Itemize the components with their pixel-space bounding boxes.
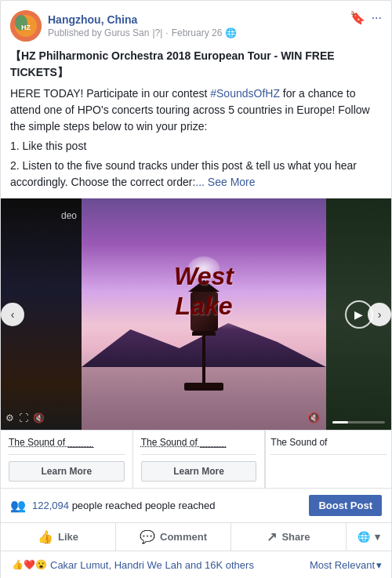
step-1: 1. Like this post <box>10 138 382 154</box>
world-reaction-button[interactable]: 🌐 ▾ <box>347 523 391 551</box>
lantern-base <box>184 383 223 391</box>
page-name[interactable]: Hangzhou, China <box>48 13 237 26</box>
see-more-link[interactable]: ... See More <box>195 176 255 188</box>
share-icon: ↗ <box>267 529 277 544</box>
lantern-pole <box>202 336 205 383</box>
publisher-label: Published by Gurus San <box>48 27 149 38</box>
bookmark-icon[interactable]: 🔖 <box>350 10 365 25</box>
body-text-1: HERE TODAY! Participate in our contest <box>10 87 210 100</box>
center-media-title: West Lake <box>174 261 234 322</box>
globe-icon: 🌐 <box>225 27 237 38</box>
share-button[interactable]: ↗ Share <box>231 523 347 551</box>
page-identity: HZ Hangzhou, China Published by Gurus Sa… <box>10 10 237 42</box>
volume-icon-center[interactable]: 🔇 <box>307 412 320 424</box>
cards-row: The Sound of _____ Learn More The Sound … <box>1 430 391 488</box>
reach-count[interactable]: 122,094 <box>32 500 69 511</box>
card-left-subtitle: The Sound of _____ <box>9 437 125 455</box>
card-center: The Sound of _____ Learn More <box>133 431 266 488</box>
nav-right-button[interactable]: › <box>368 303 391 326</box>
reach-label: people reached <box>72 500 143 511</box>
like-icon: 👍 <box>38 529 53 544</box>
comment-button[interactable]: 💬 Comment <box>116 523 231 551</box>
share-label: Share <box>281 531 310 543</box>
svg-text:HZ: HZ <box>21 24 31 31</box>
settings-icon[interactable]: ⚙ <box>5 413 14 424</box>
page-meta: Published by Gurus San |?|· February 26 … <box>48 27 237 38</box>
dropdown-chevron: ▾ <box>376 559 382 571</box>
video-label-left: deo <box>61 210 77 221</box>
boost-post-button[interactable]: Boost Post <box>309 495 382 516</box>
actions-row: 👍 Like 💬 Comment ↗ Share 🌐 ▾ <box>1 523 391 551</box>
reaction-emojis: 👍 ❤️ 😮 <box>10 558 45 572</box>
card-center-subtitle: The Sound of _____ <box>141 437 257 455</box>
people-reach-icon: 👥 <box>10 498 26 513</box>
fullscreen-icon[interactable]: ⛶ <box>19 413 28 424</box>
avatar[interactable]: HZ <box>10 10 42 42</box>
reactions-row: 👍 ❤️ 😮 Cakar Lumut, Handri We Lah and 16… <box>1 551 391 578</box>
post-actions-header: 🔖 ··· <box>350 10 382 25</box>
card-left: The Sound of _____ Learn More <box>1 431 133 488</box>
media-strip: deo ⚙ ⛶ 🔇 ‹ <box>1 198 391 430</box>
like-button[interactable]: 👍 Like <box>1 523 116 551</box>
most-relevant-dropdown[interactable]: Most Relevant ▾ <box>310 559 382 571</box>
hashtag[interactable]: #SoundsOfHZ <box>210 87 280 100</box>
like-label: Like <box>58 531 78 543</box>
volume-icon-left[interactable]: 🔇 <box>33 413 45 424</box>
post-body: 【HZ Philharmonic Orchestra 2018 European… <box>1 48 391 198</box>
nav-left-button[interactable]: ‹ <box>1 303 24 326</box>
reach-bar: 👥 122,094 people reached people reached … <box>1 488 391 523</box>
post-content: HERE TODAY! Participate in our contest #… <box>10 85 382 135</box>
reach-label-text: people reached <box>145 500 216 511</box>
card-right-subtitle: The Sound of <box>270 437 387 455</box>
page-info: Hangzhou, China Published by Gurus San |… <box>48 13 237 38</box>
world-icon: 🌐 <box>358 531 370 543</box>
progress-bar <box>332 421 348 424</box>
step-2-text: 2. Listen to the five sound tracks under… <box>10 159 357 188</box>
comment-label: Comment <box>160 531 207 543</box>
comment-icon: 💬 <box>140 529 155 544</box>
ctrl-icons-left: ⚙ ⛶ 🔇 <box>5 413 45 424</box>
meta-separator: |?| <box>152 27 162 38</box>
reactors-names[interactable]: Cakar Lumut, Handri We Lah and 16K other… <box>50 559 310 571</box>
left-controls: ⚙ ⛶ 🔇 <box>1 413 82 424</box>
post-title: 【HZ Philharmonic Orchestra 2018 European… <box>10 48 382 81</box>
more-options-icon[interactable]: ··· <box>372 11 382 25</box>
facebook-post-card: HZ Hangzhou, China Published by Gurus Sa… <box>0 0 392 578</box>
learn-more-button-left[interactable]: Learn More <box>9 461 125 482</box>
learn-more-button-center[interactable]: Learn More <box>141 461 257 482</box>
post-date: February 26 <box>172 27 223 38</box>
post-header: HZ Hangzhou, China Published by Gurus Sa… <box>1 1 391 48</box>
right-progress <box>332 421 385 424</box>
dropdown-arrow: ▾ <box>375 531 380 543</box>
step-2: 2. Listen to the five sound tracks under… <box>10 158 382 191</box>
wow-reaction: 😮 <box>34 558 48 572</box>
card-right: The Sound of <box>265 431 391 488</box>
media-center[interactable]: West Lake 🔇 <box>82 198 326 430</box>
reach-text: 122,094 people reached people reached <box>32 500 216 511</box>
